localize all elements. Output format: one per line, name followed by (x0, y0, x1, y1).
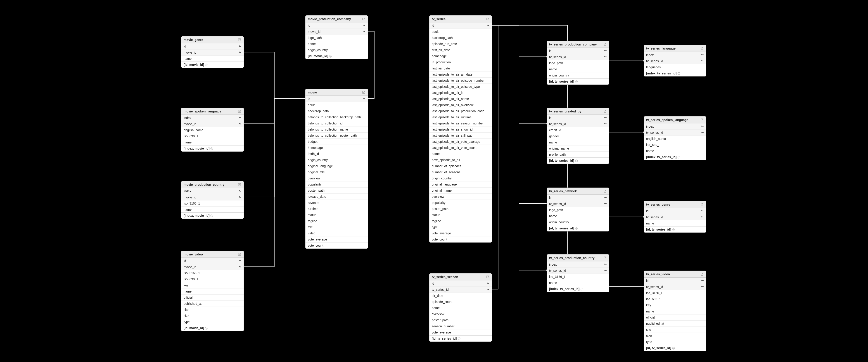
column-row[interactable]: tv_series_id (547, 121, 609, 127)
column-row[interactable]: poster_path (306, 187, 368, 193)
open-icon[interactable] (238, 110, 241, 113)
column-row[interactable]: name (547, 213, 609, 219)
column-row[interactable]: overview (430, 311, 492, 317)
index-row[interactable]: [id, tv_series_id] (644, 345, 706, 351)
table-header[interactable]: tv_series_genre (644, 201, 706, 208)
column-row[interactable]: name (547, 139, 609, 145)
table-header[interactable]: movie_genre (181, 36, 244, 43)
column-row[interactable]: name (547, 66, 609, 72)
column-row[interactable]: id (547, 194, 609, 201)
column-row[interactable]: belongs_to_collection_name (306, 126, 368, 132)
column-row[interactable]: origin_country (306, 47, 368, 53)
table-header[interactable]: tv_series_language (644, 45, 706, 52)
index-row[interactable]: [index, tv_series_id] (644, 70, 706, 76)
column-row[interactable]: name (430, 151, 492, 157)
column-row[interactable]: official (181, 294, 244, 300)
index-row[interactable]: [index, tv_series_id] (644, 154, 706, 160)
column-row[interactable]: published_at (181, 300, 244, 307)
column-row[interactable]: belongs_to_collection_backdrop_path (306, 114, 368, 120)
open-icon[interactable] (238, 183, 241, 186)
open-icon[interactable] (603, 189, 607, 193)
column-row[interactable]: vote_average (430, 230, 492, 236)
column-row[interactable]: tv_series_id (547, 201, 609, 207)
column-row[interactable]: name (547, 280, 609, 286)
column-row[interactable]: type (644, 339, 706, 345)
column-row[interactable]: credit_id (547, 127, 609, 133)
column-row[interactable]: iso_639_1 (181, 276, 244, 282)
table-movie_genre[interactable]: movie_genreidmovie_idname[id, movie_id] (181, 36, 244, 68)
table-movie_production_company[interactable]: movie_production_companyidmovie_idlogo_p… (305, 16, 368, 59)
column-row[interactable]: backdrop_path (306, 108, 368, 114)
column-row[interactable]: last_episode_to_air_vote_count (430, 145, 492, 151)
column-row[interactable]: vote_count (430, 236, 492, 242)
column-row[interactable]: name (306, 41, 368, 47)
column-row[interactable]: adult (430, 29, 492, 35)
column-row[interactable]: backdrop_path (430, 35, 492, 41)
open-icon[interactable] (486, 275, 489, 279)
column-row[interactable]: languages (644, 64, 706, 70)
table-header[interactable]: tv_series_video (644, 271, 706, 278)
column-row[interactable]: id (547, 48, 609, 54)
column-row[interactable]: logo_path (306, 35, 368, 41)
open-icon[interactable] (603, 256, 607, 260)
table-header[interactable]: tv_series_network (547, 188, 609, 194)
column-row[interactable]: name (181, 288, 244, 294)
column-row[interactable]: imdb_id (306, 151, 368, 157)
index-row[interactable]: [id, movie_id] (306, 53, 368, 59)
column-row[interactable]: id (430, 280, 492, 286)
column-row[interactable]: name (181, 206, 244, 212)
column-row[interactable]: site (181, 307, 244, 313)
column-row[interactable]: id (644, 208, 706, 214)
column-row[interactable]: last_episode_to_air_show_id (430, 126, 492, 132)
column-row[interactable]: belongs_to_collection_poster_path (306, 132, 368, 139)
column-row[interactable]: vote_average (306, 236, 368, 242)
column-row[interactable]: iso_639_1 (644, 142, 706, 148)
index-row[interactable]: [index, tv_series_id] (547, 286, 609, 292)
table-header[interactable]: tv_series_spoken_language (644, 117, 706, 123)
column-row[interactable]: release_date (306, 193, 368, 200)
column-row[interactable]: last_episode_to_air_id (430, 90, 492, 96)
column-row[interactable]: movie_id (181, 194, 244, 200)
table-header[interactable]: movie_production_company (306, 16, 368, 22)
column-row[interactable]: iso_3166_1 (181, 200, 244, 206)
column-row[interactable]: last_episode_to_air_name (430, 96, 492, 102)
column-row[interactable]: size (181, 313, 244, 319)
column-row[interactable]: last_episode_to_air_episode_type (430, 84, 492, 90)
column-row[interactable]: tagline (306, 218, 368, 224)
open-icon[interactable] (603, 42, 607, 46)
table-tv_series_genre[interactable]: tv_series_genreidtv_series_idname[id, tv… (644, 201, 706, 233)
column-row[interactable]: vote_average (430, 329, 492, 335)
column-row[interactable]: last_episode_to_air_production_code (430, 108, 492, 114)
column-row[interactable]: status (430, 212, 492, 218)
column-row[interactable]: id (306, 96, 368, 102)
table-movie_production_country[interactable]: movie_production_countryindexmovie_idiso… (181, 181, 244, 219)
column-row[interactable]: first_air_date (430, 47, 492, 53)
column-row[interactable]: type (181, 319, 244, 325)
index-row[interactable]: [index, movie_id] (181, 212, 244, 218)
open-icon[interactable] (700, 47, 704, 50)
open-icon[interactable] (362, 90, 366, 94)
column-row[interactable]: tv_series_id (644, 284, 706, 290)
column-row[interactable]: revenue (306, 200, 368, 206)
column-row[interactable]: id (644, 278, 706, 284)
column-row[interactable]: original_name (430, 187, 492, 193)
column-row[interactable]: number_of_episodes (430, 163, 492, 169)
column-row[interactable]: original_language (306, 163, 368, 169)
column-row[interactable]: tv_series_id (547, 267, 609, 274)
column-row[interactable]: budget (306, 139, 368, 145)
column-row[interactable]: last_episode_to_air_air_date (430, 71, 492, 78)
column-row[interactable]: poster_path (430, 317, 492, 323)
column-row[interactable]: original_title (306, 169, 368, 175)
column-row[interactable]: index (644, 123, 706, 129)
table-header[interactable]: movie_spoken_language (181, 108, 244, 115)
index-row[interactable]: [id, tv_series_id] (547, 225, 609, 231)
column-row[interactable]: logo_path (547, 60, 609, 66)
column-row[interactable]: name (181, 139, 244, 145)
column-row[interactable]: last_episode_to_air_vote_average (430, 139, 492, 145)
column-row[interactable]: key (644, 302, 706, 308)
index-row[interactable]: [id, tv_series_id] (547, 78, 609, 84)
open-icon[interactable] (238, 252, 241, 256)
index-row[interactable]: [index, movie_id] (181, 145, 244, 151)
index-row[interactable]: [id, tv_series_id] (644, 226, 706, 232)
column-row[interactable]: name (181, 55, 244, 62)
